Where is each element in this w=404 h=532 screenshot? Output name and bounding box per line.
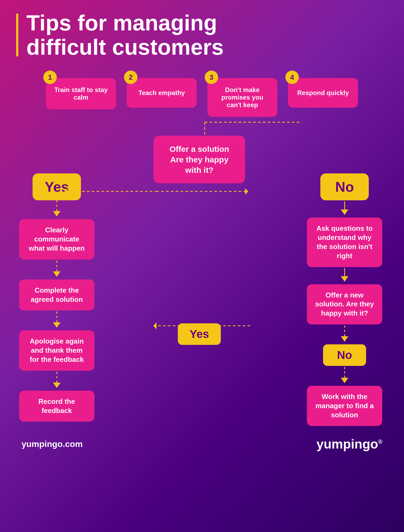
footer-website: yumpingo.com — [22, 439, 83, 449]
step-4: 4 Respond quickly — [288, 75, 358, 117]
right-solid-2 — [344, 268, 345, 276]
center-question-box: Offer a solution Are they happy with it? — [154, 136, 245, 183]
left-dash-1 — [56, 200, 57, 211]
right-arrow-4 — [341, 378, 348, 383]
left-dash-3 — [56, 312, 57, 322]
right-arrow-3 — [341, 336, 348, 342]
clearly-communicate-box: Clearly communicate what will happen — [19, 219, 94, 259]
right-column: No Ask questions to understand why the s… — [302, 136, 388, 426]
work-with-manager-box: Work with the manager to find a solution — [307, 386, 382, 426]
page-title: Tips for managing difficult customers — [26, 11, 224, 59]
left-dash-2 — [56, 261, 57, 271]
left-arrow-3 — [53, 322, 61, 328]
right-dash-2 — [344, 367, 345, 378]
center-column: Offer a solution Are they happy with it?… — [151, 136, 248, 345]
footer-logo: yumpingo® — [316, 437, 382, 452]
left-dash-4 — [56, 372, 57, 383]
left-arrow-2 — [53, 271, 61, 277]
header-accent-bar — [16, 13, 18, 57]
steps-connector-svg — [16, 117, 388, 138]
record-feedback-box: Record the feedback — [19, 391, 94, 422]
middle-yes-area: Yes — [178, 323, 221, 345]
right-dash-1 — [344, 326, 345, 336]
full-layout: 1 Train staff to stay calm 2 Teach empat… — [16, 75, 388, 426]
footer: yumpingo.com yumpingo® — [16, 437, 388, 452]
right-solid-1 — [344, 201, 345, 209]
step-3: 3 Don't make promises you can't keep — [207, 75, 277, 117]
right-arrow-1 — [341, 209, 348, 215]
steps-to-center-connector — [16, 117, 388, 138]
step-3-box: Don't make promises you can't keep — [207, 78, 277, 117]
left-arrow-4 — [53, 383, 61, 388]
step-1: 1 Train staff to stay calm — [46, 75, 116, 117]
step-2: 2 Teach empathy — [127, 75, 197, 117]
main-three-col: Yes Clearly communicate what will happen… — [16, 136, 388, 426]
step-4-box: Respond quickly — [288, 78, 358, 108]
center-horizontal-arrows-svg — [22, 183, 291, 200]
page-wrapper: Tips for managing difficult customers 1 … — [0, 0, 404, 532]
header: Tips for managing difficult customers — [16, 11, 388, 59]
steps-row: 1 Train staff to stay calm 2 Teach empat… — [16, 75, 388, 117]
apologise-box: Apologise again and thank them for the f… — [19, 330, 94, 370]
complete-agreed-box: Complete the agreed solution — [19, 279, 94, 311]
step-1-box: Train staff to stay calm — [46, 78, 116, 109]
yes-box-secondary: Yes — [178, 323, 221, 345]
offer-new-solution-box: Offer a new solution. Are they happy wit… — [307, 284, 382, 324]
svg-marker-6 — [245, 188, 248, 195]
left-arrow-1 — [53, 211, 61, 216]
no-box-main: No — [320, 173, 369, 200]
no-box-secondary: No — [323, 344, 366, 366]
left-column: Yes Clearly communicate what will happen… — [16, 136, 97, 422]
ask-questions-box: Ask questions to understand why the solu… — [307, 218, 382, 267]
right-arrow-2 — [341, 276, 348, 282]
svg-marker-4 — [64, 188, 68, 195]
step-2-box: Teach empathy — [127, 78, 197, 108]
